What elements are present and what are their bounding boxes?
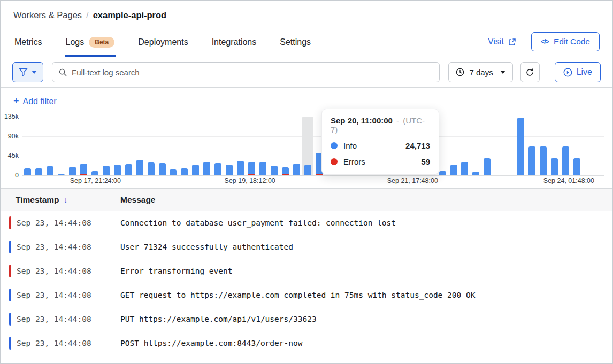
chart-bar[interactable] — [271, 166, 278, 175]
play-circle-icon — [563, 68, 572, 77]
filter-bar: 7 days Live — [1, 57, 612, 88]
refresh-icon — [525, 68, 534, 77]
log-message: Error transforming event — [120, 267, 233, 275]
x-axis-tick-label: Sep 19, 18:12:00 — [225, 177, 275, 184]
chart-bar[interactable] — [293, 164, 300, 175]
chart-bar[interactable] — [450, 165, 457, 175]
add-filter-button[interactable]: + Add filter — [13, 96, 57, 107]
chart-bar[interactable] — [181, 168, 188, 175]
log-timestamp: Sep 23, 14:44:08 — [11, 291, 120, 299]
filter-dropdown-button[interactable] — [12, 62, 43, 82]
column-header-timestamp[interactable]: Timestamp ↓ — [1, 195, 120, 205]
chart-bar[interactable] — [159, 163, 166, 175]
chart-bar[interactable] — [248, 162, 255, 175]
log-row[interactable]: Sep 23, 14:44:08Error transforming event — [1, 259, 612, 283]
chart-bar[interactable] — [472, 172, 479, 175]
x-axis-tick-label: Sep 21, 17:48:00 — [387, 177, 438, 184]
tab-settings[interactable]: Settings — [279, 35, 312, 57]
chart-plot-area — [22, 117, 604, 175]
chart-bar-error-segment — [282, 174, 289, 175]
chart-bar[interactable] — [80, 164, 87, 175]
log-message: PUT https://example.com/api/v1/users/336… — [120, 315, 317, 323]
filter-funnel-icon — [19, 68, 28, 76]
log-row[interactable]: Sep 23, 14:44:08Connection to database u… — [1, 211, 612, 235]
chart-bar[interactable] — [214, 163, 221, 175]
chart-bar[interactable] — [439, 171, 446, 175]
chart-bar[interactable] — [103, 166, 110, 175]
x-axis-tick-label: Sep 17, 21:24:00 — [70, 177, 121, 184]
chart-bar[interactable] — [259, 162, 266, 175]
chart-bar[interactable] — [226, 165, 233, 175]
column-header-message: Message — [120, 195, 155, 205]
code-icon: </> — [541, 38, 549, 45]
tab-metrics[interactable]: Metrics — [13, 35, 43, 57]
chart-bar-error-segment — [248, 174, 255, 175]
chart-bar[interactable] — [69, 167, 76, 175]
external-link-icon — [508, 38, 516, 46]
chart-bar[interactable] — [203, 162, 210, 175]
errors-dot-icon — [331, 158, 338, 165]
log-row[interactable]: Sep 23, 14:44:08GET request to https://e… — [1, 283, 612, 307]
chart-tooltip: Sep 20, 11:00:00 - (UTC-7) Info 24,713 E… — [321, 109, 439, 175]
chart-bar[interactable] — [551, 158, 558, 175]
log-search-box — [52, 62, 440, 82]
chart-bar[interactable] — [461, 162, 468, 175]
log-timestamp: Sep 23, 14:44:08 — [11, 219, 120, 227]
x-axis-tick-label: Sep 24, 01:48:00 — [543, 177, 594, 184]
chart-bar[interactable] — [148, 162, 155, 175]
breadcrumb-section[interactable]: Workers & Pages — [13, 10, 82, 20]
chart-bar[interactable] — [35, 168, 42, 175]
breadcrumb-current: example-api-prod — [93, 10, 167, 20]
search-icon — [59, 68, 67, 76]
chevron-down-icon — [500, 71, 505, 74]
chart-bar[interactable] — [192, 165, 199, 175]
chart-bar[interactable] — [304, 165, 311, 175]
log-table-header: Timestamp ↓ Message — [1, 189, 612, 211]
chart-bar[interactable] — [237, 161, 244, 175]
tooltip-row-errors: Errors 59 — [331, 157, 430, 166]
chart-bar[interactable] — [540, 146, 547, 175]
log-row[interactable]: Sep 23, 14:44:08User 71324 successfully … — [1, 235, 612, 259]
y-axis-tick-label: 135k — [1, 113, 19, 120]
chart-bar[interactable] — [484, 158, 491, 175]
tab-logs[interactable]: Logs Beta — [65, 35, 116, 57]
tab-bar: Metrics Logs Beta Deployments Integratio… — [13, 35, 312, 57]
sort-desc-icon: ↓ — [64, 195, 68, 205]
tab-integrations[interactable]: Integrations — [211, 35, 258, 57]
chart-bar[interactable] — [47, 166, 53, 175]
chart-bar[interactable] — [136, 160, 143, 175]
log-row[interactable]: Sep 23, 14:44:08POST https://example.com… — [1, 331, 612, 355]
live-button[interactable]: Live — [555, 62, 601, 82]
visit-link[interactable]: Visit — [488, 37, 516, 47]
edit-code-button[interactable]: </> Edit Code — [531, 32, 600, 51]
tooltip-title: Sep 20, 11:00:00 - (UTC-7) — [331, 116, 430, 134]
chart-bar[interactable] — [517, 118, 524, 175]
chart-bar[interactable] — [282, 167, 289, 175]
chart-bar[interactable] — [125, 164, 132, 175]
chart-bar[interactable] — [562, 146, 569, 175]
time-range-dropdown[interactable]: 7 days — [448, 62, 512, 82]
clock-icon — [456, 68, 464, 76]
search-input[interactable] — [72, 68, 433, 77]
tooltip-row-info: Info 24,713 — [331, 141, 430, 150]
chevron-down-icon — [32, 71, 37, 74]
chart-bar[interactable] — [58, 174, 65, 175]
log-row[interactable]: Sep 23, 14:44:08PUT https://example.com/… — [1, 307, 612, 331]
log-timestamp: Sep 23, 14:44:08 — [11, 267, 120, 275]
chart-bar[interactable] — [114, 165, 121, 175]
info-dot-icon — [331, 142, 338, 149]
log-table: Timestamp ↓ Message Sep 23, 14:44:08Conn… — [1, 188, 612, 355]
log-timestamp: Sep 23, 14:44:08 — [11, 243, 120, 251]
refresh-button[interactable] — [520, 62, 540, 82]
tab-deployments[interactable]: Deployments — [137, 35, 189, 57]
page-header: Workers & Pages / example-api-prod Metri… — [1, 1, 612, 57]
y-axis-tick-label: 45k — [1, 152, 19, 159]
plus-icon: + — [13, 96, 19, 107]
chart-bar[interactable] — [24, 168, 31, 175]
chart-bar[interactable] — [91, 171, 98, 175]
chart-bar[interactable] — [170, 169, 177, 175]
chart-bar[interactable] — [528, 146, 535, 175]
log-message: User 71324 successfully authenticated — [120, 243, 293, 251]
chart-bar[interactable] — [573, 158, 580, 175]
chart-bar-error-segment — [316, 174, 323, 175]
